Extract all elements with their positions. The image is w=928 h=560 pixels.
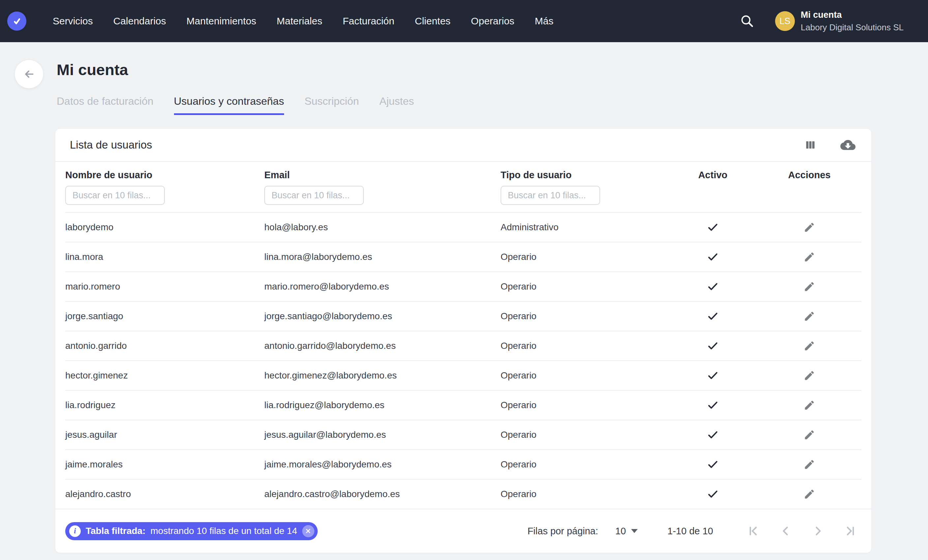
users-card: Lista de usuarios (55, 129, 872, 553)
column-header-email: Email (264, 170, 501, 205)
top-nav: Servicios Calendarios Mantenimientos Mat… (0, 0, 928, 42)
account-subtitle: Labory Digital Solutions SL (801, 22, 904, 33)
columns-toggle-button[interactable] (803, 137, 818, 152)
rows-per-page-label: Filas por página: (528, 526, 598, 537)
actions-cell (757, 486, 861, 502)
card-title: Lista de usuarios (70, 138, 152, 151)
table-row: lia.rodriguez lia.rodriguez@laborydemo.e… (65, 390, 861, 420)
actions-cell (757, 397, 861, 413)
table-row: antonio.garrido antonio.garrido@laboryde… (65, 331, 861, 361)
cloud-download-icon (840, 137, 856, 152)
pagination-range: 1-10 de 10 (667, 526, 713, 537)
tab-1[interactable]: Datos de facturación (56, 95, 154, 115)
tab-4[interactable]: Ajustes (379, 95, 414, 115)
edit-user-button[interactable] (801, 457, 817, 472)
nav-item[interactable]: Más (535, 15, 554, 27)
filter-badge-close-button[interactable] (302, 525, 314, 537)
edit-user-button[interactable] (801, 219, 817, 235)
first-page-button[interactable] (744, 522, 763, 540)
column-header-active: Activo (668, 170, 757, 205)
type-cell: Operario (501, 252, 668, 262)
type-cell: Operario (501, 429, 668, 440)
table-row: jaime.morales jaime.morales@laborydemo.e… (65, 449, 861, 479)
type-cell: Operario (501, 341, 668, 351)
nav-item[interactable]: Calendarios (113, 15, 166, 27)
active-cell (668, 280, 757, 293)
email-cell: hola@labory.es (264, 222, 501, 233)
edit-user-button[interactable] (801, 249, 817, 265)
table-row: hector.gimenez hector.gimenez@laborydemo… (65, 361, 861, 390)
back-button[interactable] (15, 60, 43, 88)
rows-per-page-value: 10 (615, 526, 626, 537)
export-download-button[interactable] (839, 136, 857, 154)
pencil-icon (803, 458, 815, 470)
username-filter-input[interactable] (65, 186, 165, 205)
card-tools (803, 136, 857, 154)
tab-2[interactable]: Usuarios y contraseñas (174, 95, 284, 115)
table-row: mario.romero mario.romero@laborydemo.es … (65, 271, 861, 301)
type-filter-input[interactable] (501, 186, 600, 205)
email-cell: mario.romero@laborydemo.es (264, 282, 501, 292)
nav-item[interactable]: Servicios (53, 15, 93, 27)
last-page-button[interactable] (841, 522, 859, 540)
actions-cell (757, 308, 861, 324)
nav-item[interactable]: Mantenimientos (186, 15, 256, 27)
nav-item[interactable]: Operarios (471, 15, 514, 27)
pencil-icon (803, 310, 815, 322)
check-icon (707, 221, 719, 234)
active-cell (668, 251, 757, 263)
check-icon (707, 251, 719, 263)
username-cell: antonio.garrido (65, 341, 264, 351)
edit-user-button[interactable] (801, 308, 817, 324)
active-cell (668, 458, 757, 471)
arrow-left-icon (23, 67, 35, 81)
nav-right: LS Mi cuenta Labory Digital Solutions SL (737, 9, 904, 33)
search-button[interactable] (737, 11, 757, 31)
account-info[interactable]: Mi cuenta Labory Digital Solutions SL (801, 9, 904, 33)
actions-cell (757, 278, 861, 295)
account-title: Mi cuenta (801, 9, 904, 21)
page-content: Mi cuenta Datos de facturación Usuarios … (0, 42, 928, 553)
table-row: laborydemo hola@labory.es Administrativo (65, 212, 861, 242)
edit-user-button[interactable] (801, 427, 817, 443)
columns-icon (804, 138, 817, 151)
tab-3[interactable]: Suscripción (304, 95, 359, 115)
previous-page-button[interactable] (777, 522, 795, 540)
actions-cell (757, 368, 861, 383)
nav-item[interactable]: Facturación (343, 15, 394, 27)
card-header: Lista de usuarios (55, 129, 872, 162)
first-page-icon (746, 524, 761, 538)
filter-badge-bold: Tabla filtrada: (86, 526, 146, 536)
check-icon (707, 310, 719, 323)
username-cell: alejandro.castro (65, 489, 264, 499)
check-icon (707, 280, 719, 293)
edit-user-button[interactable] (801, 338, 817, 354)
type-cell: Administrativo (501, 222, 668, 233)
edit-user-button[interactable] (801, 368, 817, 383)
search-icon (740, 14, 755, 29)
column-header-type: Tipo de usuario (501, 170, 668, 205)
nav-item[interactable]: Clientes (415, 15, 450, 27)
avatar[interactable]: LS (775, 11, 795, 31)
username-cell: jesus.aguilar (65, 429, 264, 440)
username-cell: hector.gimenez (65, 370, 264, 381)
app-logo[interactable] (7, 12, 26, 30)
email-cell: alejandro.castro@laborydemo.es (264, 489, 501, 499)
email-cell: jaime.morales@laborydemo.es (264, 459, 501, 470)
type-cell: Operario (501, 370, 668, 381)
actions-cell (757, 249, 861, 265)
caret-down-icon (631, 529, 638, 533)
table-header: Nombre de usuario Email Tipo de usuario … (65, 162, 861, 212)
email-filter-input[interactable] (264, 186, 364, 205)
type-cell: Operario (501, 400, 668, 411)
nav-item[interactable]: Materiales (277, 15, 322, 27)
active-cell (668, 221, 757, 234)
email-cell: jorge.santiago@laborydemo.es (264, 311, 501, 321)
pencil-icon (803, 221, 815, 233)
edit-user-button[interactable] (801, 397, 817, 413)
rows-per-page-select[interactable]: 10 (615, 526, 638, 537)
type-cell: Operario (501, 489, 668, 499)
edit-user-button[interactable] (801, 486, 817, 502)
edit-user-button[interactable] (801, 278, 817, 295)
next-page-button[interactable] (809, 522, 827, 540)
